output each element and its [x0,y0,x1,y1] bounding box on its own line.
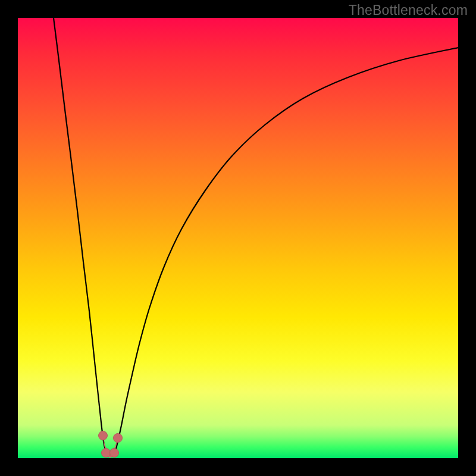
curve-right-branch [113,48,458,456]
watermark-text: TheBottleneck.com [349,2,468,18]
chart-svg [18,18,458,458]
curve-left-branch [54,18,107,456]
marker-right-dot-upper [114,434,123,443]
curve-group [54,18,458,456]
marker-left-dot-lower [102,449,111,458]
plot-area [18,18,458,458]
curve-markers [99,431,123,458]
chart-frame: TheBottleneck.com [0,0,476,476]
marker-left-dot-upper [99,431,108,440]
marker-right-dot-lower [110,449,119,458]
